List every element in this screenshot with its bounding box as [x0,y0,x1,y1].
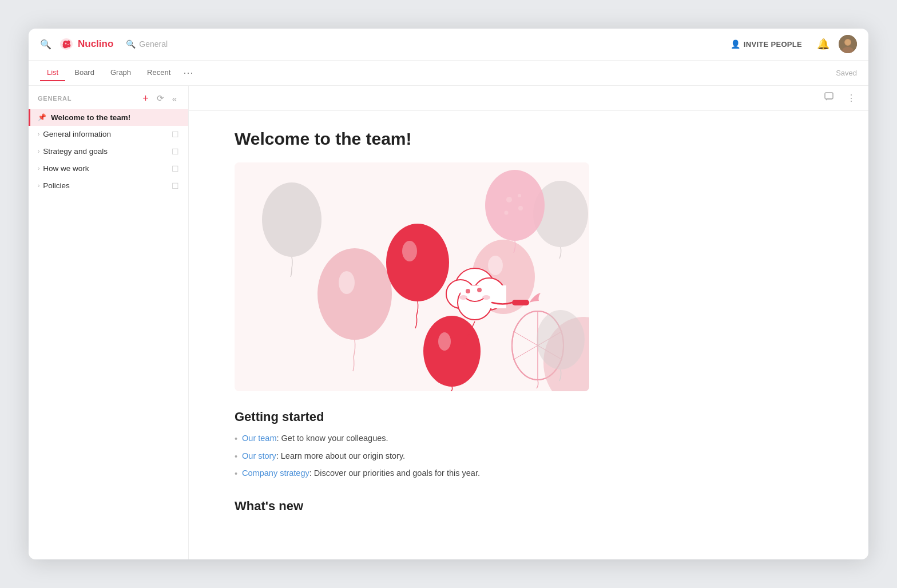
getting-started-title: Getting started [235,410,823,424]
bell-icon[interactable]: 🔔 [817,38,829,50]
comment-icon [824,92,834,102]
chevron-icon: › [38,148,39,154]
company-strategy-link[interactable]: Company strategy [242,468,309,478]
svg-point-1 [65,43,67,45]
logo-text: Nuclino [78,38,113,50]
svg-point-27 [505,210,509,214]
sidebar-item-strategy[interactable]: › Strategy and goals ☐ [29,143,188,160]
checkbox-icon: ☐ [172,130,179,139]
hamburger-icon[interactable]: 🔍 [40,39,51,50]
topbar: 🔍 Nuclino 🔍 General 👤 INVITE PEOPLE � [29,29,868,61]
checkbox-icon: ☐ [172,164,179,173]
sidebar-item-policies[interactable]: › Policies ☐ [29,177,188,194]
tab-recent[interactable]: Recent [140,65,177,81]
topbar-right: 👤 INVITE PEOPLE 🔔 [725,35,857,53]
whats-new-title: What's new [235,499,823,514]
link-suffix-0: : Get to know your colleagues. [277,434,388,443]
sidebar-item-label: Welcome to the team! [51,113,179,122]
content-area: ⋮ Welcome to the team! [189,86,868,559]
svg-point-17 [488,256,503,275]
saved-label-nav: Saved [836,69,857,77]
link-suffix-1: : Learn more about our origin story. [276,451,405,460]
svg-rect-40 [512,300,529,305]
sidebar-item-welcome[interactable]: 📌 Welcome to the team! [29,109,188,126]
sidebar-item-how-we-work[interactable]: › How we work ☐ [29,160,188,177]
chevron-icon: › [38,182,39,189]
svg-point-30 [537,310,585,370]
sidebar-actions: + ⟳ « [140,92,179,106]
sidebar-item-label: Strategy and goals [43,147,172,156]
nav-tabs: List Board Graph Recent ⋯ Saved [29,61,868,86]
svg-rect-7 [825,93,833,99]
avatar-image [839,35,857,53]
content-toolbar-right: ⋮ [820,89,859,106]
list-item: Our team: Get to know your colleagues. [235,432,823,446]
tab-graph[interactable]: Graph [104,65,138,81]
svg-point-9 [262,182,322,257]
tab-board[interactable]: Board [68,65,101,81]
avatar[interactable] [839,35,857,53]
content-scroll[interactable]: Welcome to the team! [189,111,868,559]
pin-icon: 📌 [38,113,46,121]
tab-list[interactable]: List [40,65,65,81]
invite-icon: 👤 [731,39,740,49]
logo-icon [58,36,74,52]
svg-point-37 [477,288,482,292]
sidebar-item-label: General information [43,130,172,138]
link-suffix-2: : Discover our priorities and goals for … [309,468,480,478]
logo-area[interactable]: Nuclino [58,36,113,52]
svg-point-11 [339,271,355,294]
svg-point-6 [845,39,851,45]
sidebar-item-label: How we work [43,164,172,173]
sidebar-refresh-button[interactable]: ⟳ [154,92,166,105]
svg-point-39 [482,295,490,300]
svg-point-12 [386,224,449,301]
sidebar-header: GENERAL + ⟳ « [29,86,188,109]
sidebar: GENERAL + ⟳ « 📌 Welcome to the team! › G… [29,86,189,559]
more-options-button[interactable]: ⋮ [843,90,859,106]
list-item: Our story: Learn more about our origin s… [235,450,823,463]
comment-button[interactable] [820,89,838,106]
page-title: Welcome to the team! [235,129,823,149]
checkbox-icon: ☐ [172,147,179,156]
svg-point-10 [317,248,392,340]
svg-point-13 [402,241,417,261]
svg-point-25 [506,197,512,202]
chevron-icon: › [38,131,39,137]
svg-point-14 [423,316,481,387]
topbar-left: 🔍 Nuclino 🔍 General [40,36,725,52]
sidebar-group-label: GENERAL [38,95,72,102]
chevron-icon: › [38,165,39,172]
content-toolbar: ⋮ [189,86,868,111]
svg-point-15 [438,332,451,351]
illustration-container [235,162,589,391]
invite-people-button[interactable]: 👤 INVITE PEOPLE [725,36,808,52]
sidebar-add-button[interactable]: + [140,92,151,106]
svg-point-24 [485,170,545,241]
svg-point-38 [459,295,467,300]
balloon-illustration [235,162,589,391]
svg-point-28 [518,194,521,197]
search-placeholder: General [139,39,168,49]
sidebar-collapse-button[interactable]: « [170,93,179,105]
sidebar-item-general-info[interactable]: › General information ☐ [29,126,188,143]
main-layout: GENERAL + ⟳ « 📌 Welcome to the team! › G… [29,86,868,559]
nav-more-icon[interactable]: ⋯ [180,64,197,81]
search-area[interactable]: 🔍 General [120,37,173,51]
svg-point-26 [518,206,523,210]
checkbox-icon: ☐ [172,181,179,190]
our-team-link[interactable]: Our team [242,434,276,443]
our-story-link[interactable]: Our story [242,451,276,460]
svg-point-36 [466,289,470,293]
app-window: 🔍 Nuclino 🔍 General 👤 INVITE PEOPLE � [29,29,868,559]
search-icon: 🔍 [126,39,136,49]
list-item: Company strategy: Discover our prioritie… [235,467,823,480]
svg-point-2 [68,44,69,45]
link-list: Our team: Get to know your colleagues. O… [235,432,823,480]
sidebar-item-label: Policies [43,181,172,190]
